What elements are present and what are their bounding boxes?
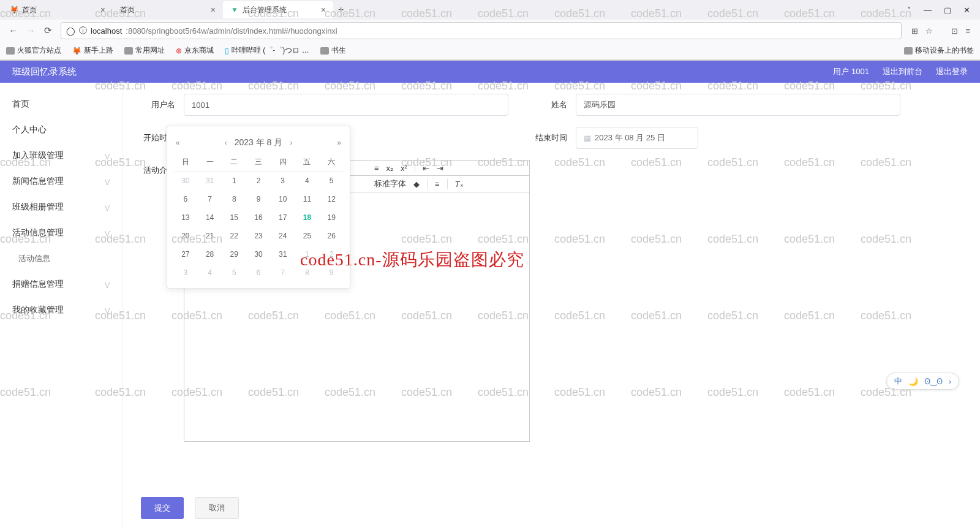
- calendar-day[interactable]: 5: [319, 172, 344, 190]
- dropdown-icon[interactable]: ◆: [413, 180, 420, 189]
- end-time-input[interactable]: ▦ 2023 年 08 月 25 日: [576, 127, 698, 149]
- bookmark-item[interactable]: 移动设备上的书签: [904, 45, 974, 56]
- calendar-day[interactable]: 31: [271, 245, 295, 264]
- browser-tab[interactable]: 首页 ×: [113, 1, 223, 18]
- calendar-day[interactable]: 18: [295, 208, 320, 227]
- calendar-day[interactable]: 5: [222, 264, 246, 282]
- sidebar-item-news[interactable]: 新闻信息管理⋁: [0, 169, 122, 194]
- calendar-day[interactable]: 17: [271, 208, 295, 227]
- list-icon[interactable]: ≡: [374, 164, 379, 173]
- calendar-day[interactable]: 1: [222, 172, 246, 190]
- calendar-day[interactable]: 23: [246, 227, 271, 245]
- back-icon[interactable]: ←: [9, 25, 18, 36]
- font-select[interactable]: 标准字体: [374, 178, 406, 189]
- close-icon[interactable]: ×: [100, 5, 105, 15]
- browser-tab-active[interactable]: ▼ 后台管理系统 ×: [223, 1, 333, 18]
- username-input[interactable]: [184, 94, 508, 116]
- menu-icon[interactable]: ≡: [965, 26, 970, 36]
- calendar-day[interactable]: 30: [246, 245, 271, 264]
- sidebar-item-album[interactable]: 班级相册管理⋁: [0, 194, 122, 220]
- ime-floating-bar[interactable]: 中 🌙 ʘ‿ʘ ›: [886, 373, 959, 390]
- superscript-icon[interactable]: x²: [401, 164, 407, 173]
- calendar-day[interactable]: 3: [271, 172, 295, 190]
- sidebar-item-activity[interactable]: 活动信息管理⋁: [0, 220, 122, 246]
- ime-mode[interactable]: 中: [894, 376, 902, 387]
- close-icon[interactable]: ×: [211, 5, 216, 15]
- subscript-icon[interactable]: x₂: [386, 164, 394, 173]
- calendar-day[interactable]: 19: [319, 208, 344, 227]
- calendar-day[interactable]: 26: [319, 227, 344, 245]
- calendar-day[interactable]: 6: [173, 190, 198, 208]
- next-year-icon[interactable]: »: [334, 138, 344, 147]
- sidebar-item-donation[interactable]: 捐赠信息管理⋁: [0, 271, 122, 297]
- prev-year-icon[interactable]: «: [173, 138, 183, 147]
- calendar-day[interactable]: 1: [295, 245, 320, 264]
- sidebar-item-favorites[interactable]: 我的收藏管理⋁: [0, 297, 122, 323]
- bookmark-item[interactable]: 🦊新手上路: [72, 45, 113, 56]
- bookmark-item[interactable]: 常用网址: [124, 45, 165, 56]
- calendar-day[interactable]: 31: [198, 172, 222, 190]
- outdent-icon[interactable]: ⇤: [423, 164, 429, 173]
- name-input[interactable]: [576, 94, 900, 116]
- calendar-day[interactable]: 29: [222, 245, 246, 264]
- next-month-icon[interactable]: ›: [287, 138, 295, 147]
- clear-format-icon[interactable]: Tₓ: [455, 180, 464, 189]
- qr-icon[interactable]: ⊞: [911, 26, 918, 36]
- bookmark-item[interactable]: ▯哔哩哔哩 (゜-゜)つロ …: [225, 45, 309, 56]
- bookmark-item[interactable]: 火狐官方站点: [6, 45, 61, 56]
- sidebar-item-activity-info[interactable]: 活动信息: [0, 246, 122, 271]
- calendar-day[interactable]: 4: [295, 172, 320, 190]
- calendar-day[interactable]: 22: [222, 227, 246, 245]
- prev-month-icon[interactable]: ‹: [222, 138, 230, 147]
- forward-icon[interactable]: →: [26, 25, 36, 36]
- chevron-down-icon[interactable]: ˅: [907, 6, 911, 15]
- calendar-day[interactable]: 9: [246, 190, 271, 208]
- calendar-day[interactable]: 30: [173, 172, 198, 190]
- calendar-day[interactable]: 12: [319, 190, 344, 208]
- bookmark-item[interactable]: ⊕京东商城: [176, 45, 214, 56]
- bookmark-item[interactable]: 书生: [320, 45, 346, 56]
- calendar-day[interactable]: 28: [198, 245, 222, 264]
- calendar-day[interactable]: 16: [246, 208, 271, 227]
- bookmark-star-icon[interactable]: ☆: [925, 26, 933, 36]
- minimize-icon[interactable]: —: [924, 6, 932, 15]
- sidebar-item-home[interactable]: 首页: [0, 91, 122, 117]
- calendar-day[interactable]: 9: [319, 264, 344, 282]
- calendar-day[interactable]: 14: [198, 208, 222, 227]
- calendar-day[interactable]: 2: [246, 172, 271, 190]
- goto-front-link[interactable]: 退出到前台: [883, 66, 922, 77]
- calendar-day[interactable]: 13: [173, 208, 198, 227]
- calendar-day[interactable]: 11: [295, 190, 320, 208]
- calendar-day[interactable]: 4: [198, 264, 222, 282]
- expand-icon[interactable]: ›: [949, 377, 951, 386]
- browser-tab[interactable]: 🦊 首页 ×: [2, 1, 113, 18]
- url-input[interactable]: ◯ ⓘ localhost:8080/springboot5r64w/admin…: [61, 22, 902, 39]
- close-window-icon[interactable]: ✕: [963, 6, 970, 15]
- calendar-day[interactable]: 7: [271, 264, 295, 282]
- calendar-day[interactable]: 8: [222, 190, 246, 208]
- calendar-day[interactable]: 21: [198, 227, 222, 245]
- align-icon[interactable]: ≡: [435, 180, 440, 189]
- reload-icon[interactable]: ⟳: [44, 25, 52, 36]
- sidebar-item-class[interactable]: 加入班级管理⋁: [0, 143, 122, 169]
- calendar-day[interactable]: 15: [222, 208, 246, 227]
- new-tab-button[interactable]: +: [333, 4, 349, 15]
- indent-icon[interactable]: ⇥: [437, 164, 443, 173]
- sidebar-item-profile[interactable]: 个人中心: [0, 117, 122, 143]
- calendar-day[interactable]: 20: [173, 227, 198, 245]
- cancel-button[interactable]: 取消: [195, 497, 239, 519]
- logout-link[interactable]: 退出登录: [936, 66, 968, 77]
- calendar-day[interactable]: 27: [173, 245, 198, 264]
- calendar-day[interactable]: 24: [271, 227, 295, 245]
- submit-button[interactable]: 提交: [141, 497, 184, 519]
- close-icon[interactable]: ×: [321, 5, 326, 15]
- calendar-day[interactable]: 7: [198, 190, 222, 208]
- calendar-day[interactable]: 3: [173, 264, 198, 282]
- calendar-day[interactable]: 8: [295, 264, 320, 282]
- moon-icon[interactable]: 🌙: [908, 377, 918, 386]
- user-label[interactable]: 用户 1001: [833, 66, 869, 77]
- calendar-day[interactable]: 25: [295, 227, 320, 245]
- calendar-day[interactable]: 6: [246, 264, 271, 282]
- calendar-day[interactable]: 10: [271, 190, 295, 208]
- maximize-icon[interactable]: ▢: [944, 6, 951, 15]
